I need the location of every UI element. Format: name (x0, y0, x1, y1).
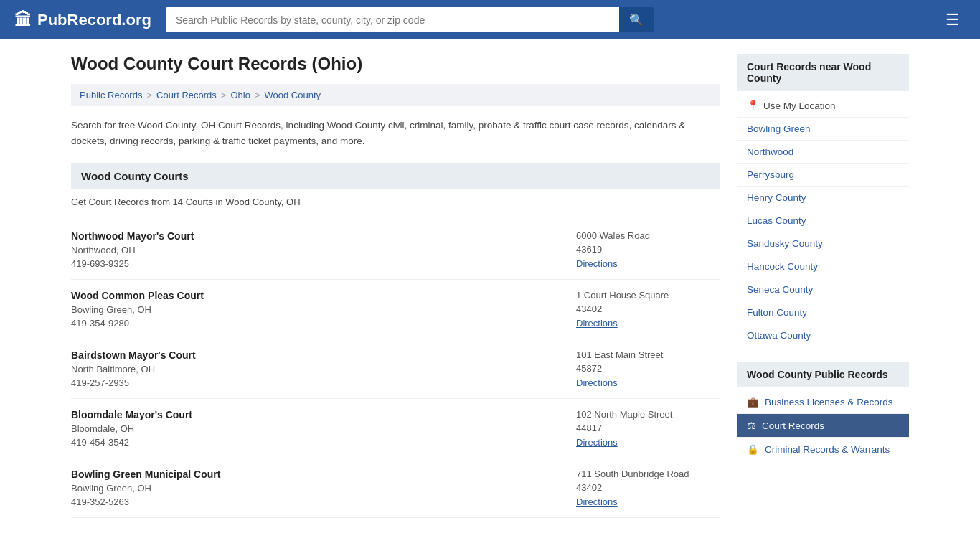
court-entry: Wood Common Pleas Court Bowling Green, O… (71, 280, 720, 339)
pub-records-item[interactable]: ⚖Court Records (737, 414, 909, 438)
court-entry: Bairdstown Mayor's Court North Baltimore… (71, 339, 720, 399)
sidebar-item-label: Sandusky County (747, 238, 823, 249)
court-city: Bowling Green, OH (71, 304, 576, 315)
sidebar-nearby-item[interactable]: Hancock County (737, 255, 909, 278)
court-zip: 43402 (576, 303, 720, 314)
court-zip: 45872 (576, 363, 720, 374)
main-content: Wood County Court Records (Ohio) Public … (71, 54, 720, 518)
sidebar-item-label: Northwood (747, 146, 793, 157)
court-zip: 43619 (576, 244, 720, 255)
court-right: 711 South Dunbridge Road 43402 Direction… (576, 468, 720, 507)
public-records-section: Wood County Public Records 💼Business Lic… (737, 362, 909, 461)
breadcrumb-sep-2: > (221, 90, 227, 100)
pub-records-label: Business Licenses & Records (765, 397, 893, 408)
directions-link[interactable]: Directions (576, 377, 618, 388)
court-entry: Bloomdale Mayor's Court Bloomdale, OH 41… (71, 399, 720, 458)
court-left: Wood Common Pleas Court Bowling Green, O… (71, 290, 576, 329)
sidebar-nearby-item[interactable]: Ottawa County (737, 324, 909, 347)
court-right: 1 Court House Square 43402 Directions (576, 290, 720, 329)
sidebar-item-label: Henry County (747, 192, 806, 203)
court-phone: 419-352-5263 (71, 496, 576, 507)
sidebar: Court Records near Wood County 📍Use My L… (737, 54, 909, 518)
court-phone: 419-454-3542 (71, 437, 576, 448)
pub-records-icon: ⚖ (747, 420, 756, 431)
logo-icon: 🏛 (14, 10, 32, 30)
site-header: 🏛 PubRecord.org 🔍 ☰ (0, 0, 980, 39)
court-right: 102 North Maple Street 44817 Directions (576, 409, 720, 448)
breadcrumb-sep-1: > (146, 90, 152, 100)
search-bar: 🔍 (166, 7, 654, 32)
court-city: Bloomdale, OH (71, 423, 576, 434)
nearby-section: Court Records near Wood County 📍Use My L… (737, 54, 909, 347)
sidebar-item-label: Fulton County (747, 307, 807, 318)
court-address: 711 South Dunbridge Road (576, 468, 720, 479)
court-left: Northwood Mayor's Court Northwood, OH 41… (71, 230, 576, 269)
pub-records-label: Court Records (762, 420, 824, 431)
pub-records-item[interactable]: 💼Business Licenses & Records (737, 390, 909, 414)
directions-link[interactable]: Directions (576, 437, 618, 448)
breadcrumb: Public Records > Court Records > Ohio > … (71, 84, 720, 106)
directions-link[interactable]: Directions (576, 258, 618, 269)
sidebar-nearby-item[interactable]: Bowling Green (737, 118, 909, 141)
courts-section-header: Wood County Courts (71, 163, 720, 189)
sidebar-item-label: Perrysburg (747, 169, 794, 180)
court-city: North Baltimore, OH (71, 364, 576, 375)
sidebar-item-label: Use My Location (763, 100, 836, 111)
court-zip: 44817 (576, 423, 720, 433)
court-name: Bairdstown Mayor's Court (71, 349, 576, 361)
breadcrumb-sep-3: > (255, 90, 260, 100)
nearby-title: Court Records near Wood County (737, 54, 909, 91)
sidebar-item-label: Seneca County (747, 284, 813, 295)
sidebar-nearby-item[interactable]: Lucas County (737, 209, 909, 232)
courts-list: Northwood Mayor's Court Northwood, OH 41… (71, 220, 720, 518)
site-logo[interactable]: 🏛 PubRecord.org (14, 10, 151, 30)
court-zip: 43402 (576, 482, 720, 493)
sidebar-nearby-item[interactable]: Seneca County (737, 278, 909, 301)
court-left: Bairdstown Mayor's Court North Baltimore… (71, 349, 576, 388)
hamburger-icon: ☰ (946, 11, 960, 29)
sidebar-item-label: Bowling Green (747, 123, 811, 134)
location-icon: 📍 (747, 100, 759, 111)
court-entry: Bowling Green Municipal Court Bowling Gr… (71, 458, 720, 518)
court-entry: Northwood Mayor's Court Northwood, OH 41… (71, 220, 720, 280)
court-right: 6000 Wales Road 43619 Directions (576, 230, 720, 269)
sidebar-nearby-item[interactable]: Henry County (737, 187, 909, 209)
sidebar-item-label: Hancock County (747, 261, 818, 272)
search-input[interactable] (166, 7, 619, 32)
pub-records-icon: 💼 (747, 396, 759, 408)
sidebar-nearby-item[interactable]: Fulton County (737, 301, 909, 324)
court-name: Wood Common Pleas Court (71, 290, 576, 301)
menu-button[interactable]: ☰ (940, 8, 966, 32)
sidebar-nearby-item[interactable]: Perrysburg (737, 164, 909, 187)
court-right: 101 East Main Street 45872 Directions (576, 349, 720, 388)
court-name: Northwood Mayor's Court (71, 230, 576, 242)
search-button[interactable]: 🔍 (619, 7, 654, 32)
sidebar-nearby-item[interactable]: Northwood (737, 141, 909, 164)
sidebar-nearby-item[interactable]: 📍Use My Location (737, 94, 909, 118)
court-name: Bloomdale Mayor's Court (71, 409, 576, 420)
court-city: Northwood, OH (71, 245, 576, 255)
court-phone: 419-693-9325 (71, 258, 576, 269)
sidebar-nearby-item[interactable]: Sandusky County (737, 232, 909, 255)
directions-link[interactable]: Directions (576, 496, 618, 507)
public-records-title: Wood County Public Records (737, 362, 909, 387)
courts-count: Get Court Records from 14 Courts in Wood… (71, 197, 720, 207)
page-title: Wood County Court Records (Ohio) (71, 54, 720, 74)
sidebar-item-label: Lucas County (747, 215, 806, 226)
page-description: Search for free Wood County, OH Court Re… (71, 118, 720, 149)
pub-records-label: Criminal Records & Warrants (765, 444, 890, 455)
breadcrumb-ohio[interactable]: Ohio (230, 90, 250, 100)
court-city: Bowling Green, OH (71, 483, 576, 494)
breadcrumb-wood-county[interactable]: Wood County (265, 90, 321, 100)
court-phone: 419-354-9280 (71, 318, 576, 329)
nearby-list: 📍Use My LocationBowling GreenNorthwoodPe… (737, 94, 909, 347)
court-phone: 419-257-2935 (71, 377, 576, 388)
court-address: 101 East Main Street (576, 349, 720, 360)
breadcrumb-public-records[interactable]: Public Records (80, 90, 142, 100)
breadcrumb-court-records[interactable]: Court Records (156, 90, 217, 100)
pub-records-item[interactable]: 🔒Criminal Records & Warrants (737, 438, 909, 461)
directions-link[interactable]: Directions (576, 318, 618, 329)
court-address: 1 Court House Square (576, 290, 720, 301)
court-address: 6000 Wales Road (576, 230, 720, 241)
pub-records-icon: 🔒 (747, 443, 759, 455)
